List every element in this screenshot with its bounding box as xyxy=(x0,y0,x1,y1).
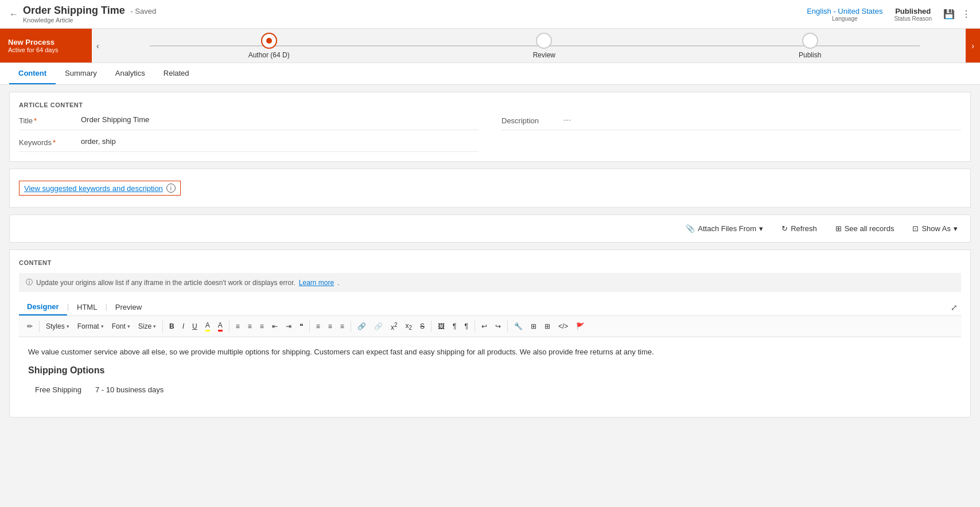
blockquote-icon: ❝ xyxy=(300,322,303,330)
toolbar-divider-5 xyxy=(351,321,351,332)
title-required: * xyxy=(34,116,37,125)
outdent-icon: ⇤ xyxy=(272,322,278,330)
blockquote-tool[interactable]: ❝ xyxy=(296,321,306,332)
description-value[interactable]: --- xyxy=(563,115,571,124)
justify3-tool[interactable]: ≡ xyxy=(337,321,348,332)
html-code-icon: </> xyxy=(558,322,568,330)
stage-review-label: Review xyxy=(533,51,555,59)
outdent-tool[interactable]: ⇤ xyxy=(269,321,281,332)
tab-summary[interactable]: Summary xyxy=(56,63,106,84)
eraser-icon: ✏ xyxy=(27,322,33,330)
align-right-tool[interactable]: ≡ xyxy=(256,321,267,332)
language-value[interactable]: English - United States xyxy=(807,7,882,15)
keywords-label: Keywords* xyxy=(19,137,76,147)
back-button[interactable]: ← xyxy=(9,9,18,20)
editor-body[interactable]: We value customer service above all else… xyxy=(19,337,961,408)
tab-content[interactable]: Content xyxy=(9,63,56,84)
align-right-icon: ≡ xyxy=(260,322,264,330)
language-block: English - United States Language xyxy=(807,7,882,22)
strikethrough-tool[interactable]: S xyxy=(417,321,428,332)
insert-table-tool[interactable]: ⊞ xyxy=(541,321,554,332)
bold-tool[interactable]: B xyxy=(166,321,178,332)
superscript-tool[interactable]: x2 xyxy=(387,320,401,333)
save-icon[interactable]: 💾 xyxy=(943,9,955,20)
align-center-tool[interactable]: ≡ xyxy=(244,321,255,332)
align-center-icon: ≡ xyxy=(248,322,252,330)
table-row: Free Shipping 7 - 10 business days xyxy=(28,382,170,399)
toolbar-divider-2 xyxy=(162,321,163,332)
image-tool[interactable]: 🖼 xyxy=(434,321,448,332)
special2-tool[interactable]: ¶ xyxy=(461,321,471,332)
suggested-keywords-link[interactable]: View suggested keywords and description xyxy=(24,184,163,193)
new-process-subtitle: Active for 64 days xyxy=(8,46,84,53)
indent-icon: ⇥ xyxy=(286,322,291,330)
tab-designer[interactable]: Designer xyxy=(19,299,67,315)
unlink-icon: 🔗 xyxy=(374,322,383,330)
keywords-value[interactable]: order, ship xyxy=(81,137,116,146)
article-content-card: ARTICLE CONTENT Title* Order Shipping Ti… xyxy=(9,92,971,162)
stage-publish[interactable]: Publish xyxy=(799,33,821,59)
indent-tool[interactable]: ⇥ xyxy=(282,321,295,332)
language-label: Language xyxy=(807,15,882,22)
process-prev-button[interactable]: ‹ xyxy=(92,29,104,63)
italic-tool[interactable]: I xyxy=(179,321,188,332)
stage-review[interactable]: Review xyxy=(533,33,555,59)
special1-tool[interactable]: ¶ xyxy=(449,321,460,332)
redo-tool[interactable]: ↪ xyxy=(492,321,504,332)
highlight-tool[interactable]: A xyxy=(202,319,213,333)
font-dropdown[interactable]: Font xyxy=(108,321,134,332)
attach-icon: 📎 xyxy=(686,224,695,233)
styles-dropdown[interactable]: Styles xyxy=(42,321,73,332)
process-stages: Author (64 D) Review Publish xyxy=(104,33,966,59)
top-header: ← Order Shipping Time - Saved Knowledge … xyxy=(0,0,980,29)
process-next-button[interactable]: › xyxy=(966,29,980,63)
see-all-records-button[interactable]: ⊞ See all records xyxy=(832,222,898,235)
italic-icon: I xyxy=(182,322,184,330)
tab-html[interactable]: HTML xyxy=(69,299,105,315)
font-label: Font xyxy=(112,322,126,330)
info-period: . xyxy=(337,279,339,287)
tab-related[interactable]: Related xyxy=(154,63,199,84)
underline-tool[interactable]: U xyxy=(189,321,201,332)
text-color-icon: A xyxy=(218,321,223,332)
link-tool[interactable]: 🔗 xyxy=(354,321,370,332)
attach-label: Attach Files From xyxy=(698,224,756,233)
styles-label: Styles xyxy=(46,322,65,330)
tab-analytics[interactable]: Analytics xyxy=(106,63,154,84)
tab-preview[interactable]: Preview xyxy=(107,299,150,315)
align-left-tool[interactable]: ≡ xyxy=(232,321,243,332)
table-tool[interactable]: ⊞ xyxy=(527,321,540,332)
unlink-tool[interactable]: 🔗 xyxy=(371,321,386,332)
format-dropdown[interactable]: Format xyxy=(74,321,107,332)
eraser-tool[interactable]: ✏ xyxy=(24,321,36,332)
status-value[interactable]: Published xyxy=(894,7,932,15)
subscript-tool[interactable]: x2 xyxy=(402,320,415,333)
title-value[interactable]: Order Shipping Time xyxy=(81,115,149,124)
flag-tool[interactable]: 🚩 xyxy=(573,321,588,332)
article-subtitle: Knowledge Article xyxy=(23,17,156,24)
keywords-section: View suggested keywords and description … xyxy=(9,169,971,208)
learn-more-link[interactable]: Learn more xyxy=(299,279,334,287)
source-tool[interactable]: 🔧 xyxy=(511,321,526,332)
undo-tool[interactable]: ↩ xyxy=(478,321,491,332)
main-content: ARTICLE CONTENT Title* Order Shipping Ti… xyxy=(0,85,980,424)
refresh-button[interactable]: ↻ Refresh xyxy=(778,222,820,235)
stage-author[interactable]: Author (64 D) xyxy=(248,33,290,59)
saved-indicator: - Saved xyxy=(130,7,156,15)
size-dropdown[interactable]: Size xyxy=(135,321,160,332)
info-icon[interactable]: i xyxy=(166,184,176,193)
more-options-icon[interactable]: ⋮ xyxy=(962,9,971,20)
justify2-tool[interactable]: ≡ xyxy=(325,321,336,332)
attach-files-button[interactable]: 📎 Attach Files From ▾ xyxy=(682,222,767,235)
shipping-table: Free Shipping 7 - 10 business days xyxy=(28,382,170,399)
header-left: ← Order Shipping Time - Saved Knowledge … xyxy=(9,5,156,24)
text-color-tool[interactable]: A xyxy=(215,319,226,333)
link-icon: 🔗 xyxy=(357,322,366,330)
special2-icon: ¶ xyxy=(464,322,468,330)
html-code-tool[interactable]: </> xyxy=(555,321,571,332)
justify-tool[interactable]: ≡ xyxy=(313,321,324,332)
show-as-label: Show As xyxy=(921,224,951,233)
article-title: Order Shipping Time xyxy=(23,5,125,16)
expand-editor-icon[interactable]: ⤢ xyxy=(947,299,961,315)
show-as-button[interactable]: ⊡ Show As ▾ xyxy=(909,222,961,235)
